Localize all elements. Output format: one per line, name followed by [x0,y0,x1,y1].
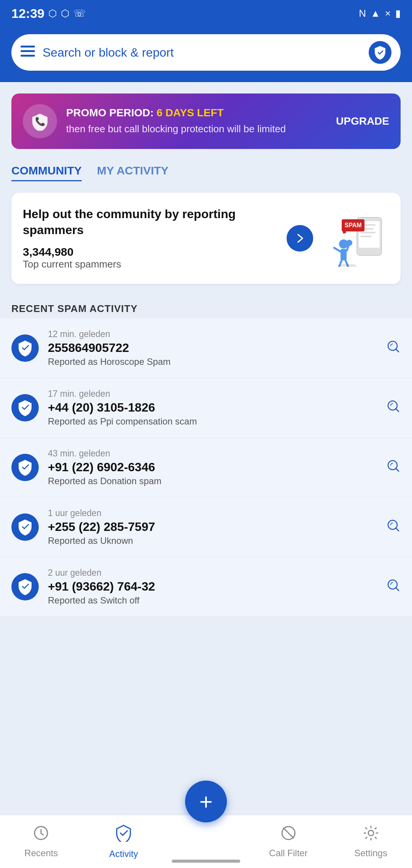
spam-info-1: 17 min. geleden +44 (20) 3105-1826 Repor… [48,389,377,427]
spam-category-0: Reported as Horoscope Spam [48,356,377,367]
svg-line-28 [284,828,293,838]
spam-illustration: SPAM [321,210,389,267]
spam-list-item: 12 min. geleden 255864905722 Reported as… [0,318,412,378]
spam-search-icon-1[interactable] [386,399,401,417]
spam-category-3: Reported as Uknown [48,535,377,546]
battery-icon: ▮ [395,8,401,19]
svg-rect-12 [342,230,346,233]
status-icon-1: ⬡ [48,8,57,19]
spam-list-item: 2 uur geleden +91 (93662) 764-32 Reporte… [0,557,412,617]
svg-line-15 [334,248,341,252]
settings-icon [363,825,379,845]
spam-avatar-0 [11,334,39,362]
promo-description: then free but call blocking protection w… [66,122,327,136]
nav-settings[interactable]: Settings [342,825,399,858]
spam-list-item: 1 uur geleden +255 (22) 285-7597 Reporte… [0,497,412,557]
spam-list-item: 43 min. geleden +91 (22) 6902-6346 Repor… [0,438,412,497]
nav-callfilter[interactable]: Call Filter [260,825,317,858]
tab-community[interactable]: COMMUNITY [11,164,82,181]
shield-button[interactable] [369,41,391,64]
svg-text:📞: 📞 [35,116,46,127]
wifi-icon: ▲ [371,8,380,19]
spam-info-4: 2 uur geleden +91 (93662) 764-32 Reporte… [48,568,377,606]
spam-search-icon-2[interactable] [386,459,401,477]
search-placeholder[interactable]: Search or block & report [43,46,361,60]
tab-my-activity[interactable]: MY ACTIVITY [97,164,168,181]
recent-spam-title: RECENT SPAM ACTIVITY [0,295,412,318]
spam-time-3: 1 uur geleden [48,508,377,518]
svg-rect-1 [21,50,35,52]
search-bar[interactable]: Search or block & report [11,34,401,71]
spam-avatar-4 [11,573,39,600]
status-icon-3: ☏ [73,8,86,19]
spam-time-1: 17 min. geleden [48,389,377,399]
spam-search-icon-4[interactable] [386,578,401,596]
callfilter-icon [280,825,296,845]
svg-rect-2 [21,55,35,57]
spam-info-2: 43 min. geleden +91 (22) 6902-6346 Repor… [48,448,377,486]
spam-avatar-1 [11,394,39,421]
spam-avatar-2 [11,454,39,481]
svg-text:SPAM: SPAM [344,222,361,228]
activity-label: Activity [109,849,138,859]
upgrade-button[interactable]: UPGRADE [336,115,389,127]
spam-time-0: 12 min. geleden [48,329,377,339]
status-bar: 12:39 ⬡ ⬡ ☏ N ▲ × ▮ [0,0,412,27]
menu-icon[interactable] [21,44,35,60]
spam-info-3: 1 uur geleden +255 (22) 285-7597 Reporte… [48,508,377,546]
promo-text: PROMO PERIOD: 6 DAYS LEFT then free but … [66,107,327,136]
spam-number-2: +91 (22) 6902-6346 [48,460,377,474]
community-card: Help out the community by reporting spam… [11,193,401,284]
spam-list: 12 min. geleden 255864905722 Reported as… [0,318,412,617]
spam-number-1: +44 (20) 3105-1826 [48,401,377,415]
spam-number-4: +91 (93662) 764-32 [48,580,377,594]
activity-icon [116,824,132,846]
signal-icon: × [385,8,391,19]
spam-time-4: 2 uur geleden [48,568,377,578]
community-arrow-button[interactable] [287,225,313,252]
recents-label: Recents [24,848,58,858]
spam-info-0: 12 min. geleden 255864905722 Reported as… [48,329,377,367]
spam-list-item: 17 min. geleden +44 (20) 3105-1826 Repor… [0,378,412,438]
svg-point-19 [346,240,352,246]
community-count: 3,344,980 [23,246,279,258]
spam-category-4: Reported as Switch off [48,595,377,606]
settings-label: Settings [354,848,387,858]
nav-recents[interactable]: Recents [13,825,70,858]
nfc-icon: N [359,8,366,19]
promo-shield-icon: 📞 [23,104,57,138]
spam-category-2: Reported as Donation spam [48,476,377,486]
svg-rect-0 [21,46,35,48]
status-time: 12:39 [11,6,44,21]
status-icon-2: ⬡ [61,8,70,19]
spam-category-1: Reported as Ppi compensation scam [48,416,377,427]
spam-search-icon-0[interactable] [386,339,401,357]
svg-point-29 [368,830,374,836]
community-card-text: Help out the community by reporting spam… [23,206,279,270]
svg-rect-9 [360,236,372,237]
recents-icon [33,825,49,845]
spam-number-3: +255 (22) 285-7597 [48,520,377,534]
promo-title: PROMO PERIOD: 6 DAYS LEFT [66,107,327,119]
bottom-home-indicator [172,860,240,863]
spam-number-0: 255864905722 [48,341,377,355]
nav-activity[interactable]: Activity [95,824,152,859]
callfilter-label: Call Filter [269,848,307,858]
svg-rect-8 [360,232,376,233]
spam-avatar-3 [11,513,39,541]
promo-banner: 📞 PROMO PERIOD: 6 DAYS LEFT then free bu… [11,93,401,149]
spam-time-2: 43 min. geleden [48,448,377,459]
spam-search-icon-3[interactable] [386,518,401,536]
community-card-title: Help out the community by reporting spam… [23,206,279,238]
community-subtitle: Top current spammers [23,258,279,270]
tabs-container: COMMUNITY MY ACTIVITY [0,149,412,189]
fab-button[interactable]: + [185,781,227,822]
header: Search or block & report [0,27,412,82]
